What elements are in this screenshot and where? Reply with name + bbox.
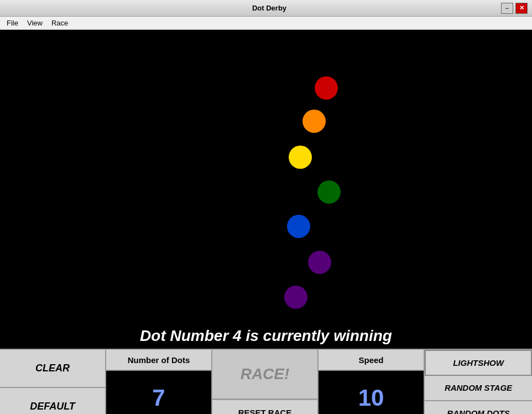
speed-panel: Speed 10	[319, 350, 425, 414]
random-dots-button[interactable]: RANDOM DOTS	[425, 401, 532, 414]
dot-4	[317, 180, 341, 204]
minimize-button[interactable]: −	[501, 3, 513, 14]
race-panel: RACE! RESET RACE	[212, 350, 319, 414]
reset-race-button[interactable]: RESET RACE	[212, 400, 317, 414]
default-button[interactable]: DEFAULT	[0, 388, 105, 414]
random-stage-button[interactable]: RANDOM STAGE	[425, 376, 532, 401]
speed-label: Speed	[319, 350, 424, 371]
dots-label: Number of Dots	[106, 350, 211, 371]
lightshow-button[interactable]: LIGHTSHOW	[425, 350, 532, 376]
dot-7	[284, 286, 307, 309]
speed-value-box[interactable]: 10	[319, 371, 424, 414]
titlebar: Dot Derby − ✕	[0, 0, 532, 17]
right-panel: LIGHTSHOW RANDOM STAGE RANDOM DOTS	[425, 350, 532, 414]
menubar: File View Race	[0, 17, 532, 30]
dots-value: 7	[152, 385, 165, 411]
speed-value: 10	[358, 385, 384, 411]
menu-file[interactable]: File	[2, 18, 23, 28]
dot-2	[302, 110, 326, 133]
titlebar-controls: − ✕	[501, 3, 528, 14]
dot-6	[308, 251, 331, 274]
dot-3	[289, 146, 312, 169]
clear-button[interactable]: CLEAR	[0, 350, 105, 388]
race-button-label: RACE!	[241, 365, 290, 383]
menu-race[interactable]: Race	[47, 18, 72, 28]
left-panel: CLEAR DEFAULT	[0, 350, 106, 414]
dots-value-box[interactable]: 7	[106, 371, 211, 414]
dot-5	[287, 215, 310, 238]
status-bar: Dot Number 4 is currently winning	[0, 323, 532, 349]
race-button[interactable]: RACE!	[212, 350, 317, 400]
dots-panel: Number of Dots 7	[106, 350, 212, 414]
dot-1	[315, 76, 338, 100]
menu-view[interactable]: View	[23, 18, 47, 28]
controls: CLEAR DEFAULT Number of Dots 7 RACE! RES…	[0, 349, 532, 414]
canvas-area	[0, 30, 532, 323]
reset-button-label: RESET RACE	[238, 408, 292, 414]
status-text: Dot Number 4 is currently winning	[140, 327, 392, 345]
close-button[interactable]: ✕	[515, 3, 528, 14]
titlebar-title: Dot Derby	[38, 4, 501, 12]
